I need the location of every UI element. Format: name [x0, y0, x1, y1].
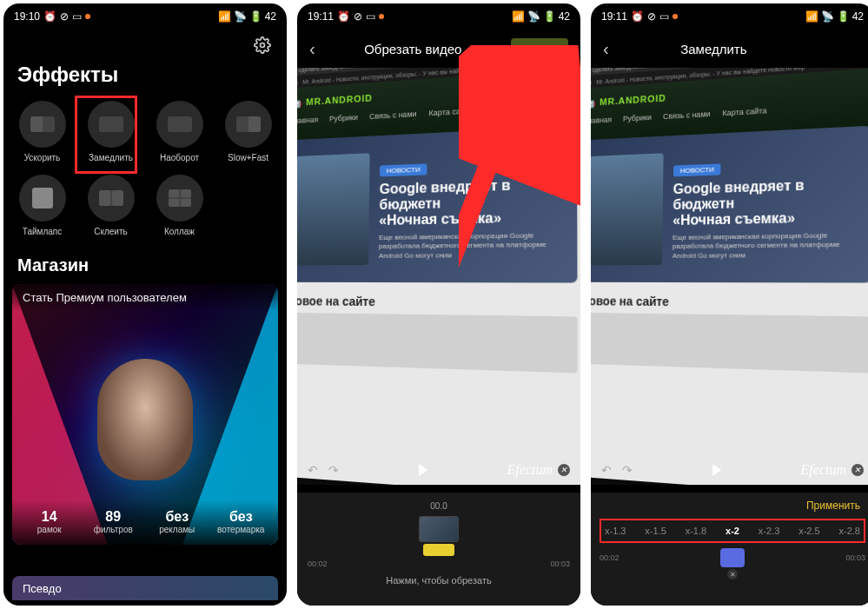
- battery-pct: 42: [852, 10, 864, 23]
- phone-screen-effects: 19:10 ⏰ ⊘ ▭ 📶 📡 🔋 42 Эффекты Ускорить За…: [3, 3, 287, 606]
- app-icon: ▭: [366, 10, 375, 23]
- back-icon[interactable]: ‹: [309, 39, 315, 59]
- video-preview[interactable]: Как сделать замедленное Как замедлить ви…: [297, 68, 580, 485]
- slider-time-left: 00:02: [600, 553, 620, 562]
- status-bar: 19:10 ⏰ ⊘ ▭ 📶 📡 🔋 42: [3, 3, 287, 30]
- rec-dot-icon: [85, 14, 90, 19]
- store-heading: Магазин: [3, 247, 287, 284]
- hero-card: НОВОСТИ Google внедряет в бюджетн«Ночная…: [591, 126, 868, 283]
- highlight-speeds: [600, 519, 865, 543]
- hero-card: НОВОСТИ Google внедряет в бюджетн«Ночная…: [297, 126, 578, 283]
- battery-icon: 🔋: [249, 10, 262, 23]
- remove-watermark-icon[interactable]: ✕: [558, 464, 570, 476]
- play-icon[interactable]: [419, 464, 427, 476]
- svg-point-0: [261, 43, 265, 48]
- dnd-icon: ⊘: [647, 10, 656, 23]
- stat-filters: 89фильтров: [82, 509, 146, 534]
- effects-heading: Эффекты: [3, 57, 287, 97]
- stat-noads: безрекламы: [145, 509, 209, 534]
- pseudo-card[interactable]: Псевдо: [12, 576, 278, 600]
- redo-icon[interactable]: ↷: [328, 463, 339, 477]
- battery-icon: 🔋: [543, 10, 556, 23]
- premium-stats: 14рамок 89фильтров безрекламы безвотерма…: [12, 500, 278, 545]
- status-bar: 19:11 ⏰ ⊘ ▭ 📶 📡 🔋 42: [591, 3, 868, 30]
- settings-icon[interactable]: [254, 36, 271, 54]
- alarm-icon: ⏰: [631, 10, 644, 23]
- rec-dot-icon: [673, 14, 678, 19]
- video-preview[interactable]: Как сделать замедленное Как замедлить ви…: [591, 68, 868, 485]
- effect-slowfast[interactable]: Slow+Fast: [216, 97, 280, 166]
- premium-banner: Стать Премиум пользователем: [12, 284, 278, 311]
- status-time: 19:11: [308, 10, 334, 23]
- undo-icon[interactable]: ↶: [308, 463, 318, 477]
- rec-dot-icon: [379, 14, 384, 19]
- back-icon[interactable]: ‹: [603, 39, 609, 59]
- dnd-icon: ⊘: [354, 10, 362, 23]
- slider-close-icon[interactable]: ✕: [727, 569, 738, 579]
- redo-icon[interactable]: ↷: [622, 463, 633, 477]
- slowdown-header: ‹ Замедлить: [591, 30, 868, 68]
- signal-icon: 📶: [512, 10, 525, 23]
- dnd-icon: ⊘: [60, 10, 69, 23]
- status-time: 19:11: [601, 10, 627, 23]
- effect-merge[interactable]: Склеить: [79, 171, 142, 240]
- app-icon: ▭: [72, 10, 82, 23]
- effect-reverse[interactable]: Наоборот: [148, 97, 211, 166]
- effect-collage[interactable]: Коллаж: [148, 171, 211, 240]
- effect-timelapse[interactable]: Таймлапс: [10, 171, 74, 240]
- section-new: Новое на сайте: [297, 294, 578, 310]
- trim-range-bar[interactable]: [423, 544, 454, 556]
- trim-title: Обрезать видео: [364, 42, 461, 56]
- trim-header: ‹ Обрезать видео Далее: [297, 30, 580, 68]
- watermark: Efectum ✕: [507, 462, 570, 478]
- slowdown-title: Замедлить: [680, 42, 746, 56]
- trim-thumbnail[interactable]: [419, 516, 459, 542]
- remove-watermark-icon[interactable]: ✕: [851, 464, 864, 476]
- trim-playhead-time: 00.0: [308, 501, 570, 511]
- undo-icon[interactable]: ↶: [601, 463, 612, 477]
- phone-screen-trim: 19:11 ⏰ ⊘ ▭ 📶 📡 🔋 42 ‹ Обрезать видео Да…: [297, 3, 580, 606]
- next-button[interactable]: Далее: [511, 38, 568, 60]
- battery-pct: 42: [559, 10, 570, 23]
- status-time: 19:10: [14, 10, 40, 23]
- battery-pct: 42: [265, 10, 276, 23]
- status-bar: 19:11 ⏰ ⊘ ▭ 📶 📡 🔋 42: [297, 3, 580, 30]
- effect-speedup[interactable]: Ускорить: [10, 97, 74, 166]
- play-icon[interactable]: [712, 464, 721, 476]
- trim-time-left: 00:02: [308, 559, 328, 568]
- effects-grid: Ускорить Замедлить Наоборот Slow+Fast Та…: [3, 97, 287, 247]
- signal-icon: 📶: [805, 10, 818, 23]
- premium-card[interactable]: Стать Премиум пользователем 14рамок 89фи…: [12, 284, 278, 545]
- wifi-icon: 📡: [234, 10, 247, 23]
- slider-handle[interactable]: [720, 548, 745, 567]
- battery-icon: 🔋: [837, 10, 850, 23]
- speed-options: x-1.3 x-1.5 x-1.8 x-2 x-2.3 x-2.5 x-2.8: [600, 517, 865, 545]
- wifi-icon: 📡: [527, 10, 540, 23]
- trim-hint: Нажми, чтобы обрезать: [308, 575, 570, 586]
- apply-button[interactable]: Применить: [600, 498, 865, 517]
- wifi-icon: 📡: [821, 10, 834, 23]
- app-icon: ▭: [659, 10, 669, 23]
- stat-frames: 14рамок: [17, 509, 82, 534]
- speed-slider[interactable]: 00:02 ✕ 00:03: [600, 553, 865, 562]
- trim-time-right: 00:03: [550, 559, 570, 568]
- watermark: Efectum ✕: [801, 462, 864, 478]
- effect-slowdown[interactable]: Замедлить: [79, 97, 142, 166]
- alarm-icon: ⏰: [43, 10, 56, 23]
- section-new: Новое на сайте: [591, 294, 868, 310]
- trim-footer: 00.0 00:02 00:03 Нажми, чтобы обрезать: [297, 493, 580, 606]
- stat-nowatermark: безвотермарка: [209, 509, 274, 534]
- signal-icon: 📶: [218, 10, 231, 23]
- phone-screen-slowdown: 19:11 ⏰ ⊘ ▭ 📶 📡 🔋 42 ‹ Замедлить Как сде…: [591, 3, 868, 606]
- alarm-icon: ⏰: [337, 10, 350, 23]
- slider-time-right: 00:03: [845, 553, 865, 562]
- speed-footer: Применить x-1.3 x-1.5 x-1.8 x-2 x-2.3 x-…: [591, 493, 868, 606]
